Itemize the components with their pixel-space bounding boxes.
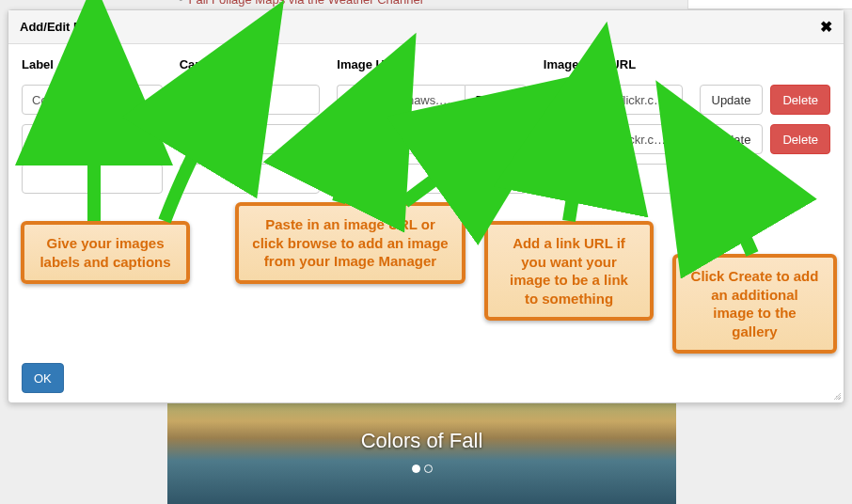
panel-title: Add/Edit Panes [20,20,109,34]
gallery-pagination[interactable] [167,461,676,476]
header-label: Label [22,57,163,71]
column-image-url: Image URL Browse Browse Browse [337,57,527,194]
action-row: Update Delete [700,85,831,115]
column-label: Label [22,57,163,194]
column-actions: Update Delete Update Delete Create [700,57,831,194]
image-url-row: Browse [337,85,527,115]
label-input[interactable] [22,85,163,115]
gallery-dot-active[interactable] [412,465,420,473]
caption-input[interactable] [180,124,321,154]
header-image-url: Image URL [337,57,527,71]
resize-handle-icon[interactable] [830,389,842,401]
action-row: Update Delete [700,124,831,154]
link-url-input[interactable] [544,124,683,154]
column-link-url: Image Link URL [544,57,683,194]
image-url-row: Browse [337,164,527,194]
bullet-icon: • [179,0,183,7]
gallery-dot[interactable] [424,465,433,473]
caption-input[interactable] [180,85,321,115]
browse-button[interactable]: Browse [465,164,526,194]
column-caption: Caption [180,57,321,194]
caption-input[interactable] [180,164,321,194]
callout-create: Click Create to add an additional image … [672,254,837,354]
gallery-caption: Colors of Fall [167,429,676,453]
header-actions [700,57,831,71]
browse-button[interactable]: Browse [465,124,526,154]
callout-image-url: Paste in an image URL or click browse to… [235,202,465,284]
action-row: Create [700,164,831,194]
image-url-input[interactable] [337,85,465,115]
delete-button[interactable]: Delete [770,124,830,154]
delete-button[interactable]: Delete [770,85,830,115]
image-url-input[interactable] [337,124,465,154]
header-caption: Caption [180,57,321,71]
link-url-input[interactable] [544,85,683,115]
link-text[interactable]: Fall Foliage Maps via the Weather Channe… [189,0,423,7]
header-link-url: Image Link URL [544,57,683,71]
label-input[interactable] [22,124,163,154]
link-url-input[interactable] [544,164,683,194]
browse-button[interactable]: Browse [465,85,526,115]
partial-top-link: • Fall Foliage Maps via the Weather Chan… [179,0,423,7]
close-icon[interactable]: ✖ [820,18,832,36]
update-button[interactable]: Update [700,85,764,115]
image-url-row: Browse [337,124,527,154]
callout-labels-captions: Give your images labels and captions [21,221,190,284]
gallery-preview: Colors of Fall [167,393,676,504]
ok-wrap: OK [22,363,830,393]
image-url-input[interactable] [337,164,465,194]
update-button[interactable]: Update [700,124,764,154]
ok-button[interactable]: OK [22,363,64,393]
panel-header: Add/Edit Panes ✖ [8,10,844,44]
create-button[interactable]: Create [700,164,761,194]
callout-link-url: Add a link URL if you want your image to… [484,221,654,321]
label-input[interactable] [22,164,163,194]
side-panel-fragment [687,0,852,9]
